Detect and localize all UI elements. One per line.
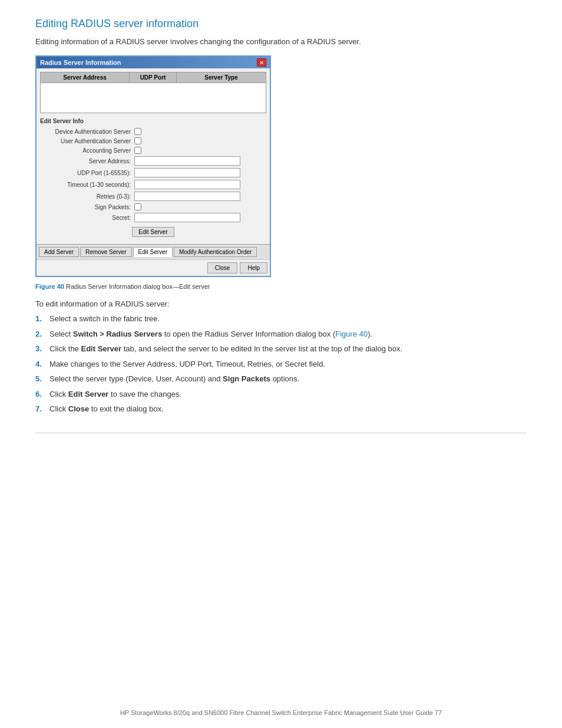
dialog-wrapper: Radius Server Information ✕ Server Addre… xyxy=(35,55,527,277)
device-auth-row: Device Authentication Server xyxy=(40,128,266,135)
tab-modify-auth-order[interactable]: Modify Authentication Order xyxy=(174,247,257,257)
timeout-row: Timeout (1-30 seconds): xyxy=(40,180,266,189)
server-table-header: Server Address UDP Port Server Type xyxy=(41,73,266,83)
device-auth-checkbox[interactable] xyxy=(134,128,141,135)
timeout-label: Timeout (1-30 seconds): xyxy=(40,182,134,188)
server-table: Server Address UDP Port Server Type xyxy=(40,72,266,113)
udp-port-row: UDP Port (1-65535): xyxy=(40,168,266,177)
step-1-number: 1. xyxy=(35,313,49,325)
dialog-title: Radius Server Information xyxy=(40,59,121,66)
edit-server-center-button[interactable]: Edit Server xyxy=(132,227,174,237)
step-1-text: Select a switch in the fabric tree. xyxy=(49,313,527,325)
accounting-server-row: Accounting Server xyxy=(40,147,266,154)
step-5: 5. Select the server type (Device, User,… xyxy=(35,373,527,385)
step-5-text: Select the server type (Device, User, Ac… xyxy=(49,373,527,385)
intro-text: Editing information of a RADIUS server i… xyxy=(35,37,527,46)
tab-remove-server[interactable]: Remove Server xyxy=(80,247,131,257)
server-address-label: Server Address: xyxy=(40,158,134,164)
step-1: 1. Select a switch in the fabric tree. xyxy=(35,313,527,325)
col-server-address: Server Address xyxy=(41,73,130,83)
figure-40-link[interactable]: Figure 40 xyxy=(335,330,368,338)
tab-edit-server[interactable]: Edit Server xyxy=(133,247,173,257)
step-6: 6. Click Edit Server to save the changes… xyxy=(35,388,527,400)
step-2-text: Select Switch > Radius Servers to open t… xyxy=(49,328,527,340)
dialog-footer: Close Help xyxy=(37,259,270,276)
step-7-number: 7. xyxy=(35,403,49,415)
step-2: 2. Select Switch > Radius Servers to ope… xyxy=(35,328,527,340)
tab-add-server[interactable]: Add Server xyxy=(39,247,79,257)
step-3-text: Click the Edit Server tab, and select th… xyxy=(49,343,527,355)
step-4-number: 4. xyxy=(35,358,49,370)
dialog-body: Server Address UDP Port Server Type Edit… xyxy=(37,68,270,244)
edit-server-center: Edit Server xyxy=(40,227,266,237)
timeout-input[interactable] xyxy=(134,180,240,189)
udp-port-label: UDP Port (1-65535): xyxy=(40,170,134,176)
help-button[interactable]: Help xyxy=(240,262,267,274)
col-server-type: Server Type xyxy=(177,73,266,83)
server-address-input[interactable] xyxy=(134,156,240,166)
user-auth-checkbox[interactable] xyxy=(134,137,141,144)
step-7-text: Click Close to exit the dialog box. xyxy=(49,403,527,415)
step-6-number: 6. xyxy=(35,388,49,400)
close-button[interactable]: Close xyxy=(207,262,238,274)
edit-section-label: Edit Server Info xyxy=(40,118,266,124)
step-6-text: Click Edit Server to save the changes. xyxy=(49,388,527,400)
step-2-number: 2. xyxy=(35,328,49,340)
step-3-number: 3. xyxy=(35,343,49,355)
dialog-tabs: Add Server Remove Server Edit Server Mod… xyxy=(37,244,270,259)
figure-caption: Figure 40 Radius Server Information dial… xyxy=(35,283,527,290)
secret-label: Secret: xyxy=(40,215,134,221)
server-address-row: Server Address: xyxy=(40,156,266,166)
retries-label: Retries (0-3): xyxy=(40,193,134,200)
server-table-body xyxy=(41,83,266,113)
page-divider xyxy=(35,433,527,433)
retries-row: Retries (0-3): xyxy=(40,192,266,201)
dialog-titlebar: Radius Server Information ✕ xyxy=(37,57,270,68)
instructions-title: To edit information of a RADIUS server: xyxy=(35,299,527,308)
device-auth-label: Device Authentication Server xyxy=(40,129,134,135)
secret-input[interactable] xyxy=(134,213,240,222)
radius-server-dialog: Radius Server Information ✕ Server Addre… xyxy=(35,55,271,277)
user-auth-row: User Authentication Server xyxy=(40,137,266,144)
sign-packets-row: Sign Packets: xyxy=(40,203,266,210)
step-5-number: 5. xyxy=(35,373,49,385)
step-4: 4. Make changes to the Server Address, U… xyxy=(35,358,527,370)
sign-packets-label: Sign Packets: xyxy=(40,204,134,210)
secret-row: Secret: xyxy=(40,213,266,222)
step-7: 7. Click Close to exit the dialog box. xyxy=(35,403,527,415)
accounting-server-label: Accounting Server xyxy=(40,147,134,154)
figure-label: Figure 40 xyxy=(35,283,64,290)
page-footer: HP StorageWorks 8/20q and SN6000 Fibre C… xyxy=(0,709,562,716)
accounting-server-checkbox[interactable] xyxy=(134,147,141,154)
steps-list: 1. Select a switch in the fabric tree. 2… xyxy=(35,313,527,415)
col-udp-port: UDP Port xyxy=(130,73,177,83)
figure-caption-text: Radius Server Information dialog box—Edi… xyxy=(66,283,210,290)
retries-input[interactable] xyxy=(134,192,240,201)
dialog-close-button[interactable]: ✕ xyxy=(257,58,266,67)
user-auth-label: User Authentication Server xyxy=(40,138,134,144)
udp-port-input[interactable] xyxy=(134,168,240,177)
page-title: Editing RADIUS server information xyxy=(35,18,527,30)
step-3: 3. Click the Edit Server tab, and select… xyxy=(35,343,527,355)
step-4-text: Make changes to the Server Address, UDP … xyxy=(49,358,527,370)
sign-packets-checkbox[interactable] xyxy=(134,203,141,210)
footer-text: HP StorageWorks 8/20q and SN6000 Fibre C… xyxy=(120,709,442,716)
